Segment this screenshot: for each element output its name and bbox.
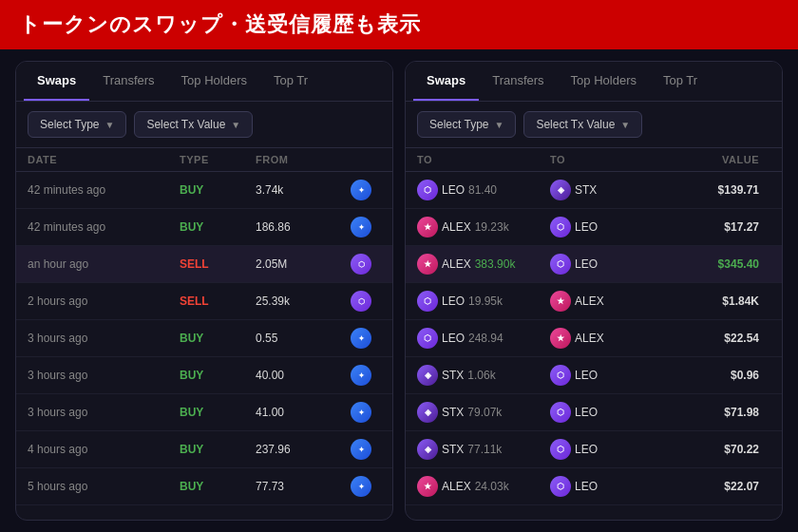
token-name: LEO <box>442 294 465 308</box>
banner: トークンのスワップ・送受信履歴も表示 <box>0 0 798 49</box>
left-panel: Swaps Transfers Top Holders Top Tr Selec… <box>15 61 393 521</box>
table-row: ⬡ LEO 81.40 ◈ STX $139.71 <box>406 172 782 209</box>
token-pair-left: ⬡ LEO 81.40 <box>417 180 550 200</box>
from-cell: 25.39k <box>256 294 351 308</box>
token-pair-right: ⬡ LEO <box>550 439 683 460</box>
token-icon-x: ✦ <box>351 476 371 497</box>
date-cell: an hour ago <box>28 257 180 271</box>
token-icon-leo: ⬡ <box>550 365 571 386</box>
tab-top-tr-left[interactable]: Top Tr <box>260 62 321 101</box>
from-cell: 2.05M <box>256 257 351 271</box>
token-pair-right: ⬡ LEO <box>550 217 683 238</box>
left-tabs: Swaps Transfers Top Holders Top Tr <box>16 62 392 102</box>
token-amount: 77.11k <box>467 443 502 456</box>
date-cell: 3 hours ago <box>28 406 180 419</box>
token-amount: 248.94 <box>468 332 504 345</box>
tab-top-tr-right[interactable]: Top Tr <box>650 62 711 101</box>
token-icon-stx: ◈ <box>417 402 438 423</box>
token-pair-left: ⬡ LEO 248.94 <box>417 328 550 349</box>
value-cell: $17.27 <box>683 220 759 234</box>
token-icon-x: ✦ <box>351 365 371 386</box>
from-cell: 237.96 <box>256 443 351 456</box>
date-cell: 2 hours ago <box>28 294 180 308</box>
table-row: 3 hours ago BUY 40.00 ✦ <box>16 357 392 394</box>
select-tx-value-right[interactable]: Select Tx Value ▼ <box>523 111 642 138</box>
value-cell: $22.54 <box>683 332 759 345</box>
banner-text: トークンのスワップ・送受信履歴も表示 <box>19 10 421 39</box>
select-type-right[interactable]: Select Type ▼ <box>417 111 516 138</box>
from-cell: 77.73 <box>256 480 351 493</box>
tab-transfers-left[interactable]: Transfers <box>89 62 167 101</box>
token-name: LEO <box>575 220 598 234</box>
type-cell: BUY <box>180 220 256 234</box>
token-pair-left: ◈ STX 77.11k <box>417 439 550 460</box>
type-cell: BUY <box>180 183 256 197</box>
col-to1: TO <box>417 154 550 165</box>
table-row: ★ ALEX 383.90k ⬡ LEO $345.40 <box>406 246 782 283</box>
value-cell: $345.40 <box>683 257 759 271</box>
type-cell: SELL <box>180 257 256 271</box>
date-cell: 5 hours ago <box>28 480 180 493</box>
token-pair-left: ★ ALEX 24.03k <box>417 476 550 497</box>
from-cell: 40.00 <box>256 369 351 382</box>
token-icon-leo: ⬡ <box>550 439 571 460</box>
token-icon-stx: ◈ <box>417 365 438 386</box>
date-cell: 42 minutes ago <box>28 220 180 234</box>
token-name: LEO <box>575 443 598 456</box>
token-name: STX <box>442 369 464 382</box>
token-icon-leo: ⬡ <box>351 254 371 275</box>
type-cell: SELL <box>180 294 256 308</box>
right-filters: Select Type ▼ Select Tx Value ▼ <box>406 102 782 148</box>
token-name: ALEX <box>575 332 604 345</box>
col-icon <box>351 154 389 165</box>
type-cell: BUY <box>180 369 256 382</box>
token-pair-right: ⬡ LEO <box>550 365 683 386</box>
token-icon-leo: ⬡ <box>351 291 371 312</box>
tab-top-holders-left[interactable]: Top Holders <box>168 62 260 101</box>
panels-container: Swaps Transfers Top Holders Top Tr Selec… <box>0 49 798 532</box>
token-amount: 19.95k <box>468 294 503 308</box>
table-row: 3 hours ago BUY 0.55 ✦ <box>16 320 392 357</box>
tab-swaps-right[interactable]: Swaps <box>413 62 479 101</box>
token-pair-left: ◈ STX 1.06k <box>417 365 550 386</box>
select-tx-value-left[interactable]: Select Tx Value ▼ <box>134 111 253 138</box>
tab-transfers-right[interactable]: Transfers <box>479 62 557 101</box>
table-row: 42 minutes ago BUY 186.86 ✦ <box>16 209 392 246</box>
token-name: ALEX <box>442 480 471 493</box>
table-row: 42 minutes ago BUY 3.74k ✦ <box>16 172 392 209</box>
token-pair-left: ★ ALEX 383.90k <box>417 254 550 275</box>
right-table-header: TO TO VALUE <box>406 148 782 172</box>
token-icon-leo: ⬡ <box>550 217 571 238</box>
token-name: ALEX <box>442 257 471 271</box>
token-name: LEO <box>575 369 598 382</box>
value-cell: $0.96 <box>683 369 759 382</box>
tab-swaps-left[interactable]: Swaps <box>24 62 89 101</box>
select-type-left[interactable]: Select Type ▼ <box>28 111 126 138</box>
token-icon-stx: ◈ <box>417 439 438 460</box>
token-icon-alex: ★ <box>417 476 438 497</box>
token-pair-right: ★ ALEX <box>550 291 683 312</box>
token-icon-stx: ◈ <box>550 180 571 200</box>
type-cell: BUY <box>180 480 256 493</box>
token-amount: 19.23k <box>475 220 509 234</box>
value-cell: $71.98 <box>683 406 759 419</box>
table-row: 3 hours ago BUY 41.00 ✦ <box>16 394 392 431</box>
tab-top-holders-right[interactable]: Top Holders <box>558 62 650 101</box>
token-amount: 24.03k <box>475 480 509 493</box>
type-cell: BUY <box>180 443 256 456</box>
value-cell: $70.22 <box>683 443 759 456</box>
token-icon-leo: ⬡ <box>550 476 571 497</box>
date-cell: 3 hours ago <box>28 332 180 345</box>
left-filters: Select Type ▼ Select Tx Value ▼ <box>16 102 392 148</box>
token-name: LEO <box>575 480 598 493</box>
from-cell: 41.00 <box>256 406 351 419</box>
token-pair-right: ◈ STX <box>550 180 683 200</box>
table-row: 4 hours ago BUY 237.96 ✦ <box>16 431 392 468</box>
token-pair-right: ⬡ LEO <box>550 254 683 275</box>
col-value: VALUE <box>683 154 759 165</box>
left-table-body: 42 minutes ago BUY 3.74k ✦ 42 minutes ag… <box>16 172 392 520</box>
token-amount: 81.40 <box>468 183 497 197</box>
col-from: FROM <box>256 154 351 165</box>
token-name: ALEX <box>575 294 604 308</box>
table-row: ★ ALEX 19.23k ⬡ LEO $17.27 <box>406 209 782 246</box>
